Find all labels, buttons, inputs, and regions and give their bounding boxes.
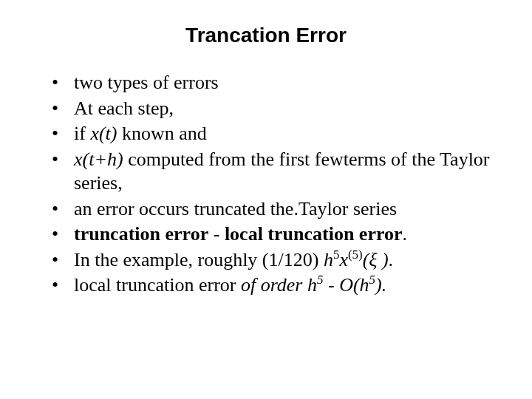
math-text: x(t+h): [74, 149, 123, 170]
bullet-text: In the example, roughly (1/120): [74, 249, 324, 270]
bullet-text: two types of errors: [74, 72, 219, 93]
list-item: At each step,: [52, 97, 495, 121]
slide-title: Trancation Error: [30, 24, 502, 47]
bullet-text: an error occurs truncated the.Taylor ser…: [74, 198, 397, 219]
math-text: h: [324, 249, 333, 270]
bullet-text: At each step,: [74, 98, 174, 119]
math-text: x: [339, 249, 348, 270]
bold-text: local truncation error: [225, 223, 403, 245]
bullet-list: two types of errors At each step, if x(t…: [30, 71, 502, 298]
bullet-text: .: [403, 223, 408, 245]
bullet-text: .: [389, 249, 394, 270]
slide: Trancation Error two types of errors At …: [0, 0, 532, 399]
list-item: if x(t) known and: [52, 122, 495, 146]
list-item: In the example, roughly (1/120) h5x(5)(ξ…: [52, 248, 495, 273]
list-item: two types of errors: [52, 71, 495, 95]
list-item: local truncation error of order h5 - O(h…: [52, 273, 495, 298]
italic-text: of order h: [241, 274, 317, 296]
list-item: x(t+h) computed from the first fewterms …: [52, 148, 495, 196]
bullet-text: -: [208, 223, 225, 245]
superscript: 5: [369, 273, 375, 287]
math-text: (ξ ): [363, 249, 389, 270]
bullet-text: if: [74, 123, 90, 144]
bold-text: truncation error: [74, 223, 208, 245]
superscript: (5): [348, 248, 363, 262]
bullet-text: local truncation error: [74, 274, 241, 296]
math-text: x(t): [90, 123, 117, 144]
list-item: an error occurs truncated the.Taylor ser…: [52, 197, 495, 222]
italic-text: ).: [375, 274, 386, 296]
bullet-text: known and: [117, 123, 206, 144]
italic-text: O(h: [339, 274, 369, 296]
list-item: truncation error - local truncation erro…: [52, 222, 495, 247]
bullet-text: -: [323, 274, 339, 296]
bullet-text: computed from the first fewterms of the …: [74, 149, 490, 194]
